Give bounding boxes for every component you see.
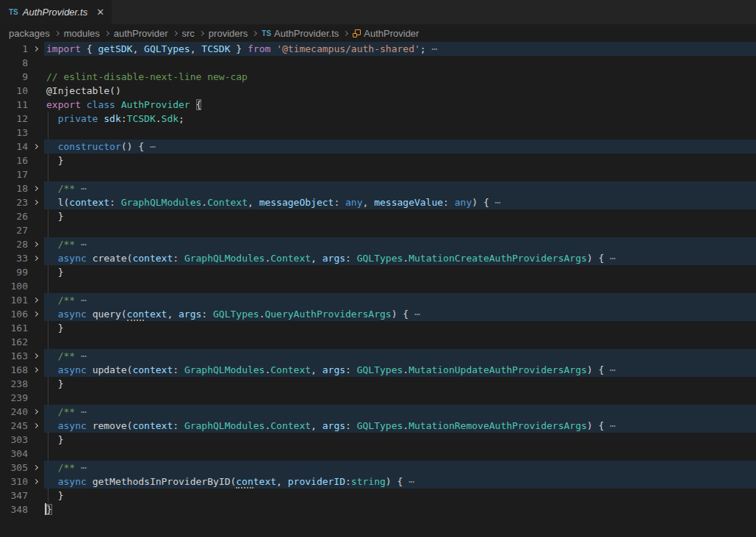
code-line-245[interactable]: 245 async remove(context: GraphQLModules… — [0, 419, 756, 433]
code-line-28[interactable]: 28 /** ⋯ — [0, 237, 756, 251]
code-text[interactable] — [44, 335, 756, 349]
code-text[interactable] — [44, 56, 756, 70]
code-text[interactable] — [44, 447, 756, 461]
breadcrumb-item-packages[interactable]: packages — [9, 28, 50, 39]
code-line-12[interactable]: 12 private sdk:TCSDK.Sdk; — [0, 112, 756, 126]
fold-chevron-icon[interactable] — [28, 293, 44, 307]
code-line-238[interactable]: 238 } — [0, 377, 756, 391]
fold-chevron-icon[interactable] — [28, 42, 44, 56]
code-text[interactable] — [44, 126, 756, 140]
code-text[interactable]: } — [44, 321, 756, 335]
folded-code-ellipsis[interactable]: ⋯ — [408, 309, 420, 320]
folded-code-ellipsis[interactable]: ⋯ — [489, 197, 501, 208]
code-text[interactable]: /** ⋯ — [44, 405, 756, 419]
code-text[interactable]: async update(context: GraphQLModules.Con… — [44, 363, 756, 377]
code-text[interactable] — [44, 223, 756, 237]
code-editor[interactable]: 1import { getSDK, GQLTypes, TCSDK } from… — [0, 42, 756, 537]
code-line-23[interactable]: 23 l(context: GraphQLModules.Context, me… — [0, 195, 756, 209]
code-line-161[interactable]: 161 } — [0, 321, 756, 335]
code-text[interactable]: constructor() { ⋯ — [44, 140, 756, 154]
code-line-163[interactable]: 163 /** ⋯ — [0, 349, 756, 363]
code-line-11[interactable]: 11export class AuthProvider { — [0, 98, 756, 112]
fold-chevron-icon[interactable] — [28, 195, 44, 209]
code-text[interactable] — [44, 167, 756, 181]
breadcrumb-item-authprovider[interactable]: authProvider — [114, 28, 168, 39]
code-line-305[interactable]: 305 /** ⋯ — [0, 461, 756, 475]
code-line-16[interactable]: 16 } — [0, 154, 756, 167]
code-line-310[interactable]: 310 async getMethodsInProviderByID(conte… — [0, 475, 756, 489]
code-text[interactable]: } — [44, 502, 756, 516]
folded-code-ellipsis[interactable]: ⋯ — [403, 476, 414, 487]
code-line-1[interactable]: 1import { getSDK, GQLTypes, TCSDK } from… — [0, 42, 756, 56]
code-text[interactable]: } — [44, 433, 756, 447]
code-line-9[interactable]: 9// eslint-disable-next-line new-cap — [0, 70, 756, 84]
code-text[interactable]: import { getSDK, GQLTypes, TCSDK } from … — [44, 42, 756, 56]
code-line-10[interactable]: 10@Injectable() — [0, 84, 756, 98]
code-text[interactable]: } — [44, 489, 756, 502]
code-text[interactable]: private sdk:TCSDK.Sdk; — [44, 112, 756, 126]
breadcrumb-item-modules[interactable]: modules — [64, 28, 100, 39]
code-text[interactable]: /** ⋯ — [44, 349, 756, 363]
breadcrumb-item-authprovider[interactable]: AuthProvider — [353, 28, 419, 39]
code-text[interactable]: } — [44, 154, 756, 167]
code-text[interactable] — [44, 279, 756, 293]
folded-code-ellipsis[interactable]: ⋯ — [604, 420, 616, 431]
code-text[interactable]: l(context: GraphQLModules.Context, messa… — [44, 195, 756, 209]
code-text[interactable]: async remove(context: GraphQLModules.Con… — [44, 419, 756, 433]
breadcrumb-item-src[interactable]: src — [182, 28, 195, 39]
code-line-8[interactable]: 8 — [0, 56, 756, 70]
code-line-13[interactable]: 13 — [0, 126, 756, 140]
folded-code-ellipsis[interactable]: ⋯ — [75, 462, 87, 473]
code-line-26[interactable]: 26 } — [0, 209, 756, 223]
fold-chevron-icon[interactable] — [28, 237, 44, 251]
code-line-239[interactable]: 239 — [0, 391, 756, 405]
fold-chevron-icon[interactable] — [28, 140, 44, 154]
code-line-304[interactable]: 304 — [0, 447, 756, 461]
folded-code-ellipsis[interactable]: ⋯ — [75, 295, 87, 306]
code-text[interactable]: } — [44, 377, 756, 391]
code-line-18[interactable]: 18 /** ⋯ — [0, 181, 756, 195]
folded-code-ellipsis[interactable]: ⋯ — [75, 406, 87, 417]
fold-chevron-icon[interactable] — [28, 307, 44, 321]
code-text[interactable]: } — [44, 265, 756, 279]
code-line-106[interactable]: 106 async query(context, args: GQLTypes.… — [0, 307, 756, 321]
code-text[interactable]: } — [44, 209, 756, 223]
fold-chevron-icon[interactable] — [28, 405, 44, 419]
fold-chevron-icon[interactable] — [28, 475, 44, 489]
code-text[interactable]: async getMethodsInProviderByID(context, … — [44, 475, 756, 489]
fold-chevron-icon[interactable] — [28, 181, 44, 195]
code-line-14[interactable]: 14 constructor() { ⋯ — [0, 140, 756, 154]
code-line-27[interactable]: 27 — [0, 223, 756, 237]
code-line-99[interactable]: 99 } — [0, 265, 756, 279]
code-text[interactable]: // eslint-disable-next-line new-cap — [44, 70, 756, 84]
code-text[interactable]: export class AuthProvider { — [44, 98, 756, 112]
code-line-162[interactable]: 162 — [0, 335, 756, 349]
folded-code-ellipsis[interactable]: ⋯ — [75, 239, 87, 250]
folded-code-ellipsis[interactable]: ⋯ — [604, 364, 616, 375]
fold-chevron-icon[interactable] — [28, 251, 44, 265]
code-text[interactable] — [44, 391, 756, 405]
code-text[interactable]: async create(context: GraphQLModules.Con… — [44, 251, 756, 265]
breadcrumb-item-authprovider-ts[interactable]: TSAuthProvider.ts — [262, 28, 339, 39]
code-line-240[interactable]: 240 /** ⋯ — [0, 405, 756, 419]
code-line-17[interactable]: 17 — [0, 167, 756, 181]
code-text[interactable]: /** ⋯ — [44, 461, 756, 475]
folded-code-ellipsis[interactable]: ⋯ — [75, 183, 87, 194]
code-line-33[interactable]: 33 async create(context: GraphQLModules.… — [0, 251, 756, 265]
code-text[interactable]: async query(context, args: GQLTypes.Quer… — [44, 307, 756, 321]
fold-chevron-icon[interactable] — [28, 363, 44, 377]
code-line-101[interactable]: 101 /** ⋯ — [0, 293, 756, 307]
breadcrumb-item-providers[interactable]: providers — [209, 28, 248, 39]
code-text[interactable]: /** ⋯ — [44, 181, 756, 195]
code-text[interactable]: /** ⋯ — [44, 293, 756, 307]
close-icon[interactable]: ✕ — [96, 7, 104, 17]
fold-chevron-icon[interactable] — [28, 419, 44, 433]
code-line-100[interactable]: 100 — [0, 279, 756, 293]
folded-code-ellipsis[interactable]: ⋯ — [75, 350, 87, 361]
code-line-168[interactable]: 168 async update(context: GraphQLModules… — [0, 363, 756, 377]
fold-chevron-icon[interactable] — [28, 461, 44, 475]
code-line-347[interactable]: 347 } — [0, 489, 756, 502]
tab-authprovider[interactable]: TS AuthProvider.ts ✕ — [0, 0, 112, 24]
code-text[interactable]: /** ⋯ — [44, 237, 756, 251]
code-text[interactable]: @Injectable() — [44, 84, 756, 98]
